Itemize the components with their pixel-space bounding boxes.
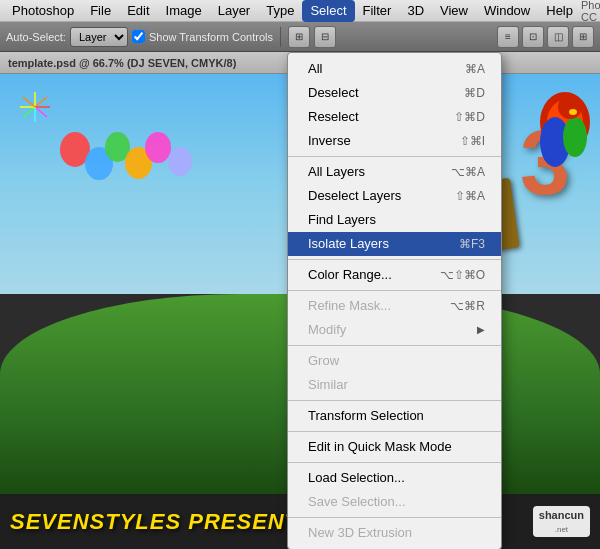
auto-select-label: Auto-Select: bbox=[6, 31, 66, 43]
menu-item-deselect-layers-shortcut: ⇧⌘A bbox=[455, 186, 485, 206]
toolbar-right-icon-1[interactable]: ≡ bbox=[497, 26, 519, 48]
menubar-item-image[interactable]: Image bbox=[158, 0, 210, 22]
menu-item-transform-selection[interactable]: Transform Selection bbox=[288, 404, 501, 428]
menu-item-new-3d-extrusion-label: New 3D Extrusion bbox=[308, 523, 485, 543]
svg-point-14 bbox=[569, 109, 577, 115]
menu-item-transform-selection-label: Transform Selection bbox=[308, 406, 485, 426]
menu-item-grow: Grow bbox=[288, 349, 501, 373]
svg-point-13 bbox=[558, 95, 582, 119]
menu-item-all-label: All bbox=[308, 59, 457, 79]
menu-separator-2 bbox=[288, 259, 501, 260]
menubar-item-filter[interactable]: Filter bbox=[355, 0, 400, 22]
svg-line-2 bbox=[35, 97, 47, 107]
menu-item-inverse-shortcut: ⇧⌘I bbox=[460, 131, 485, 151]
options-bar: Auto-Select: Layer Show Transform Contro… bbox=[0, 22, 600, 52]
menu-item-color-range[interactable]: Color Range... ⌥⇧⌘O bbox=[288, 263, 501, 287]
menu-item-inverse[interactable]: Inverse ⇧⌘I bbox=[288, 129, 501, 153]
menu-item-color-range-label: Color Range... bbox=[308, 265, 432, 285]
menu-item-deselect-label: Deselect bbox=[308, 83, 456, 103]
menu-item-deselect[interactable]: Deselect ⌘D bbox=[288, 81, 501, 105]
menu-item-deselect-shortcut: ⌘D bbox=[464, 83, 485, 103]
menu-item-reselect[interactable]: Reselect ⇧⌘D bbox=[288, 105, 501, 129]
balloon-purple bbox=[168, 147, 192, 176]
app-version: Photoshop CC bbox=[581, 0, 600, 23]
menu-item-quick-mask[interactable]: Edit in Quick Mask Mode bbox=[288, 435, 501, 459]
menu-item-isolate-layers-shortcut: ⌘F3 bbox=[459, 234, 485, 254]
menu-separator-6 bbox=[288, 431, 501, 432]
menu-separator-1 bbox=[288, 156, 501, 157]
menubar-item-select[interactable]: Select bbox=[302, 0, 354, 22]
menu-item-grow-label: Grow bbox=[308, 351, 485, 371]
watermark: shancun .net bbox=[533, 506, 590, 537]
svg-line-8 bbox=[23, 97, 35, 107]
menu-item-reselect-label: Reselect bbox=[308, 107, 446, 127]
menu-item-isolate-layers[interactable]: Isolate Layers ⌘F3 bbox=[288, 232, 501, 256]
toolbar-right-icons: ≡ ⊡ ◫ ⊞ bbox=[497, 26, 594, 48]
menu-separator-7 bbox=[288, 462, 501, 463]
auto-select-dropdown[interactable]: Layer bbox=[70, 27, 128, 47]
toolbar-icon-1[interactable]: ⊞ bbox=[288, 26, 310, 48]
menubar: Photoshop File Edit Image Layer Type Sel… bbox=[0, 0, 600, 22]
balloon-pink bbox=[145, 132, 171, 163]
menubar-item-help[interactable]: Help bbox=[538, 0, 581, 22]
menu-item-all-layers[interactable]: All Layers ⌥⌘A bbox=[288, 160, 501, 184]
watermark-sub: .net bbox=[539, 524, 584, 535]
toolbar-separator bbox=[280, 27, 281, 47]
menubar-item-view[interactable]: View bbox=[432, 0, 476, 22]
menubar-item-file[interactable]: File bbox=[82, 0, 119, 22]
show-transform-checkbox[interactable] bbox=[132, 30, 145, 43]
menu-item-modify-label: Modify bbox=[308, 320, 477, 340]
menu-separator-8 bbox=[288, 517, 501, 518]
menu-item-isolate-layers-label: Isolate Layers bbox=[308, 234, 451, 254]
select-dropdown-menu: All ⌘A Deselect ⌘D Reselect ⇧⌘D Inverse … bbox=[287, 52, 502, 549]
menu-separator-3 bbox=[288, 290, 501, 291]
firework-left bbox=[15, 87, 55, 127]
menu-item-refine-mask-label: Refine Mask... bbox=[308, 296, 442, 316]
menu-item-refine-mask: Refine Mask... ⌥⌘R bbox=[288, 294, 501, 318]
menu-item-similar-label: Similar bbox=[308, 375, 485, 395]
svg-line-6 bbox=[23, 107, 35, 117]
menubar-item-photoshop[interactable]: Photoshop bbox=[4, 0, 82, 22]
menu-item-all-shortcut: ⌘A bbox=[465, 59, 485, 79]
menu-item-quick-mask-label: Edit in Quick Mask Mode bbox=[308, 437, 485, 457]
menu-item-color-range-shortcut: ⌥⇧⌘O bbox=[440, 265, 485, 285]
canvas-area: template.psd @ 66.7% (DJ SEVEN, CMYK/8) … bbox=[0, 52, 600, 549]
menu-item-deselect-layers[interactable]: Deselect Layers ⇧⌘A bbox=[288, 184, 501, 208]
menubar-item-3d[interactable]: 3D bbox=[399, 0, 432, 22]
menu-item-deselect-layers-label: Deselect Layers bbox=[308, 186, 447, 206]
toolbar-right-icon-4[interactable]: ⊞ bbox=[572, 26, 594, 48]
presents-text: SEVENSTYLES PRESENTS bbox=[10, 509, 315, 535]
toolbar-right-icon-3[interactable]: ◫ bbox=[547, 26, 569, 48]
parrot-area bbox=[525, 82, 600, 212]
menu-item-reselect-shortcut: ⇧⌘D bbox=[454, 107, 485, 127]
menu-item-similar: Similar bbox=[288, 373, 501, 397]
menu-item-save-selection-label: Save Selection... bbox=[308, 492, 485, 512]
menu-item-refine-mask-shortcut: ⌥⌘R bbox=[450, 296, 485, 316]
menu-item-find-layers-label: Find Layers bbox=[308, 210, 477, 230]
toolbar-icon-2[interactable]: ⊟ bbox=[314, 26, 336, 48]
menu-item-load-selection-label: Load Selection... bbox=[308, 468, 485, 488]
menu-item-modify: Modify ▶ bbox=[288, 318, 501, 342]
svg-line-4 bbox=[35, 107, 47, 117]
menu-separator-4 bbox=[288, 345, 501, 346]
menu-item-find-layers[interactable]: Find Layers bbox=[288, 208, 501, 232]
menubar-item-layer[interactable]: Layer bbox=[210, 0, 259, 22]
menubar-item-window[interactable]: Window bbox=[476, 0, 538, 22]
watermark-main: shancun bbox=[539, 508, 584, 523]
modify-arrow-icon: ▶ bbox=[477, 320, 485, 340]
menu-item-all-layers-label: All Layers bbox=[308, 162, 443, 182]
toolbar-right-icon-2[interactable]: ⊡ bbox=[522, 26, 544, 48]
menu-item-save-selection: Save Selection... bbox=[288, 490, 501, 514]
svg-point-12 bbox=[563, 117, 587, 157]
menubar-item-edit[interactable]: Edit bbox=[119, 0, 157, 22]
menubar-item-type[interactable]: Type bbox=[258, 0, 302, 22]
show-transform-label: Show Transform Controls bbox=[149, 31, 273, 43]
menu-item-all[interactable]: All ⌘A bbox=[288, 57, 501, 81]
menu-item-all-layers-shortcut: ⌥⌘A bbox=[451, 162, 485, 182]
menu-item-inverse-label: Inverse bbox=[308, 131, 452, 151]
menu-separator-5 bbox=[288, 400, 501, 401]
menu-item-load-selection[interactable]: Load Selection... bbox=[288, 466, 501, 490]
menu-item-new-3d-extrusion: New 3D Extrusion bbox=[288, 521, 501, 545]
